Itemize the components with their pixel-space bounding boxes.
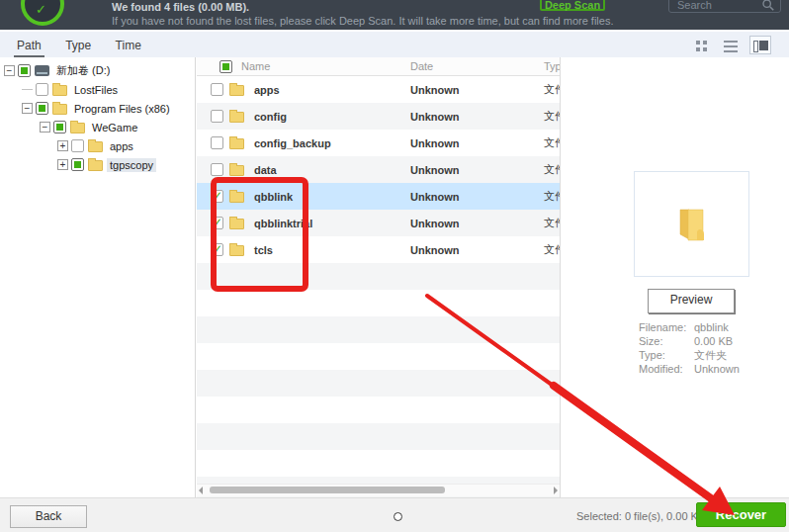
top-status-bar: ✓ We found 4 files (0.00 MB). If you hav… bbox=[0, 0, 789, 30]
folder-large-icon bbox=[666, 201, 718, 248]
file-row-config_backup[interactable]: config_backupUnknown文件夹 bbox=[197, 130, 560, 156]
folder-icon bbox=[229, 112, 244, 123]
detail-label: Size: bbox=[639, 334, 694, 348]
detail-value: qbblink bbox=[694, 320, 729, 334]
file-row-empty bbox=[197, 263, 560, 290]
tree-item-新加卷 (D:)[interactable]: −新加卷 (D:) bbox=[0, 61, 195, 80]
tab-type[interactable]: Type bbox=[62, 37, 94, 55]
file-name: data bbox=[254, 164, 277, 176]
expander-minus-icon[interactable]: − bbox=[22, 103, 33, 114]
column-header-type[interactable]: Type bbox=[544, 60, 560, 72]
view-mode-switcher bbox=[692, 36, 771, 54]
folder-icon bbox=[229, 85, 244, 96]
grid-view-icon[interactable] bbox=[692, 37, 712, 54]
scan-progress-icon: ✓ bbox=[21, 0, 64, 26]
expander-minus-icon[interactable]: − bbox=[40, 122, 50, 133]
detail-row: Type:文件夹 bbox=[639, 348, 740, 362]
tree-checkbox[interactable] bbox=[36, 83, 48, 96]
tree-item-tgpscopy[interactable]: +tgpscopy bbox=[0, 155, 195, 174]
file-type: 文件夹 bbox=[544, 189, 560, 204]
preview-thumbnail-box bbox=[634, 171, 749, 277]
file-details: Filename:qbblinkSize:0.00 KBType:文件夹Modi… bbox=[639, 320, 740, 376]
search-box[interactable] bbox=[668, 0, 781, 13]
tree-item-label: apps bbox=[107, 139, 136, 153]
row-checkbox[interactable] bbox=[211, 136, 223, 149]
tree-checkbox[interactable] bbox=[36, 102, 48, 115]
row-checkbox[interactable] bbox=[211, 110, 223, 123]
row-checkbox[interactable] bbox=[211, 83, 223, 96]
file-date: Unknown bbox=[410, 191, 460, 203]
file-type: 文件夹 bbox=[544, 135, 560, 150]
preview-panel: Preview Filename:qbblinkSize:0.00 KBType… bbox=[560, 57, 789, 497]
row-checkbox[interactable] bbox=[211, 190, 223, 203]
tree-checkbox[interactable] bbox=[71, 158, 84, 171]
file-date: Unknown bbox=[410, 111, 460, 123]
file-type: 文件夹 bbox=[544, 109, 560, 124]
scroll-right-icon[interactable] bbox=[554, 487, 558, 494]
file-name: config bbox=[254, 111, 287, 123]
folder-icon bbox=[229, 219, 244, 229]
expander-plus-icon[interactable]: + bbox=[57, 140, 68, 151]
search-input[interactable] bbox=[669, 0, 761, 12]
back-button[interactable]: Back bbox=[10, 505, 87, 528]
file-row-empty bbox=[197, 370, 560, 397]
detail-label: Type: bbox=[639, 348, 694, 362]
detail-row: Size:0.00 KB bbox=[639, 334, 740, 348]
file-date: Unknown bbox=[410, 84, 460, 96]
file-row-config[interactable]: configUnknown文件夹 bbox=[197, 103, 560, 130]
folder-icon bbox=[229, 138, 244, 149]
file-list-header: Name Date Type bbox=[197, 57, 560, 76]
scrollbar-thumb[interactable] bbox=[210, 487, 445, 493]
recover-button[interactable]: Recover bbox=[696, 502, 786, 527]
expander-minus-icon[interactable]: − bbox=[4, 65, 15, 76]
scan-result-text: We found 4 files (0.00 MB). bbox=[112, 1, 249, 13]
file-row-qbblinktrial[interactable]: qbblinktrialUnknown文件夹 bbox=[197, 210, 560, 236]
file-row-apps[interactable]: appsUnknown文件夹 bbox=[197, 76, 560, 103]
file-row-empty bbox=[197, 343, 560, 370]
file-rows: appsUnknown文件夹configUnknown文件夹config_bac… bbox=[197, 76, 560, 497]
detail-value: 0.00 KB bbox=[694, 334, 733, 348]
file-row-data[interactable]: dataUnknown文件夹 bbox=[197, 156, 560, 183]
row-checkbox[interactable] bbox=[211, 217, 223, 229]
tree-item-apps[interactable]: +apps bbox=[0, 136, 195, 155]
file-type: 文件夹 bbox=[544, 242, 560, 257]
file-row-qbblink[interactable]: qbblinkUnknown文件夹 bbox=[197, 183, 560, 210]
file-name: apps bbox=[254, 84, 280, 96]
file-name: tcls bbox=[254, 244, 273, 256]
row-checkbox[interactable] bbox=[211, 243, 223, 256]
deep-scan-button[interactable]: Deep Scan bbox=[540, 0, 605, 11]
file-row-empty bbox=[197, 450, 560, 477]
tree-item-LostFiles[interactable]: LostFiles bbox=[0, 80, 195, 99]
tree-checkbox[interactable] bbox=[53, 121, 66, 133]
tree-checkbox[interactable] bbox=[18, 64, 31, 77]
tab-time[interactable]: Time bbox=[113, 37, 144, 55]
tree-connector bbox=[22, 89, 33, 90]
tree-item-label: LostFiles bbox=[71, 83, 121, 97]
tree-item-Program Files (x86)[interactable]: −Program Files (x86) bbox=[0, 99, 195, 118]
select-all-checkbox[interactable] bbox=[219, 60, 232, 73]
tree-item-WeGame[interactable]: −WeGame bbox=[0, 118, 195, 136]
tab-path[interactable]: Path bbox=[14, 37, 44, 57]
horizontal-scrollbar[interactable] bbox=[197, 484, 560, 496]
preview-button[interactable]: Preview bbox=[648, 289, 735, 313]
detail-label: Filename: bbox=[639, 320, 694, 334]
list-view-icon[interactable] bbox=[721, 37, 741, 54]
search-icon bbox=[761, 0, 775, 12]
scroll-left-icon[interactable] bbox=[199, 487, 203, 494]
file-row-empty bbox=[197, 397, 560, 423]
file-row-empty bbox=[197, 290, 560, 316]
folder-icon bbox=[52, 104, 67, 115]
file-row-tcls[interactable]: tclsUnknown文件夹 bbox=[197, 236, 560, 263]
file-row-empty bbox=[197, 423, 560, 450]
folder-icon bbox=[52, 85, 67, 96]
column-header-name[interactable]: Name bbox=[241, 60, 270, 72]
column-header-date[interactable]: Date bbox=[410, 60, 433, 72]
preview-view-icon[interactable] bbox=[749, 36, 771, 54]
folder-icon bbox=[229, 192, 244, 203]
row-checkbox[interactable] bbox=[211, 163, 223, 176]
file-row-empty bbox=[197, 316, 560, 343]
toolbar: Path Type Time bbox=[0, 30, 789, 57]
tree-checkbox[interactable] bbox=[71, 139, 84, 152]
file-date: Unknown bbox=[410, 137, 460, 149]
expander-plus-icon[interactable]: + bbox=[57, 159, 68, 170]
